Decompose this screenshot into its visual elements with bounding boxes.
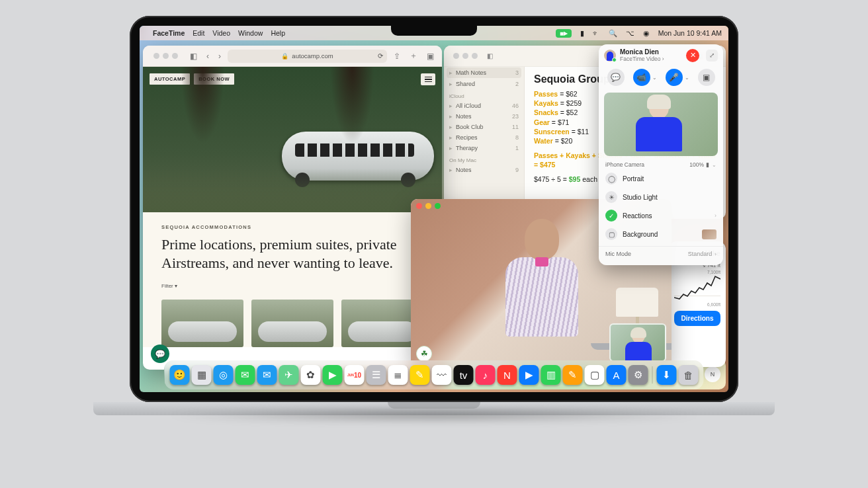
- screenshare-button[interactable]: ▣: [698, 69, 715, 86]
- dock-trash[interactable]: 🗑: [679, 365, 699, 385]
- desktop: FaceTime Edit Video Window Help ■▶ ▮ ᯤ 🔍…: [140, 26, 728, 392]
- dock-finder[interactable]: 🙂: [170, 365, 190, 385]
- dock-settings[interactable]: ⚙: [629, 365, 648, 385]
- mic-toggle-button[interactable]: 🎤: [666, 69, 683, 86]
- dock-numbers[interactable]: ▥: [541, 365, 561, 385]
- dock-freeform[interactable]: 〰: [432, 365, 452, 385]
- menu-help[interactable]: Help: [271, 29, 285, 37]
- card-item[interactable]: [251, 300, 333, 347]
- facetime-indicator-icon[interactable]: ■▶: [556, 29, 572, 38]
- spotlight-icon[interactable]: 🔍: [609, 29, 617, 38]
- sidebar-folder[interactable]: ▸Recipes8: [444, 132, 524, 143]
- dock-reminders[interactable]: ≣: [388, 365, 408, 385]
- dock-pages[interactable]: ✎: [563, 365, 583, 385]
- brand-chip[interactable]: AUTOCAMP: [150, 73, 190, 85]
- dock-notes[interactable]: ✎: [410, 365, 430, 385]
- sidebar-folder[interactable]: ▸Therapy1: [444, 143, 524, 153]
- chevron-right-icon: ›: [715, 251, 716, 257]
- siri-icon[interactable]: ◉: [643, 29, 650, 37]
- menubar-app-name[interactable]: FaceTime: [153, 29, 185, 37]
- card-item[interactable]: [161, 300, 243, 347]
- dock-appstore[interactable]: A: [607, 365, 627, 385]
- elevation-chart: 7,100ft 6,600ft: [674, 271, 720, 305]
- safari-hero-image: AUTOCAMP BOOK NOW: [143, 67, 442, 212]
- menu-edit[interactable]: Edit: [193, 29, 204, 37]
- sidebar-toggle-icon[interactable]: ◧: [487, 52, 493, 60]
- tabs-icon[interactable]: ▣: [424, 50, 437, 62]
- dock-tv[interactable]: tv: [454, 365, 474, 385]
- dock-music[interactable]: ♪: [476, 365, 496, 385]
- chat-fab-icon[interactable]: 💬: [151, 345, 169, 363]
- window-controls[interactable]: [448, 49, 483, 63]
- dock-launchpad[interactable]: ▦: [192, 365, 212, 385]
- reload-icon[interactable]: ⟳: [378, 52, 383, 60]
- menu-window[interactable]: Window: [238, 29, 263, 37]
- chevron-down-icon[interactable]: ⌄: [652, 75, 657, 81]
- caller-name: Monica Dien: [620, 48, 664, 56]
- wifi-icon[interactable]: ᯤ: [593, 29, 600, 37]
- window-controls[interactable]: [411, 199, 446, 213]
- camera-toggle-button[interactable]: 📹: [633, 69, 650, 86]
- dock-keynote[interactable]: ▶: [519, 365, 539, 385]
- studio-light-icon: ☀: [605, 191, 617, 203]
- dock-calendar[interactable]: JUN10: [345, 365, 365, 385]
- safari-content: SEQUOIA ACCOMMODATIONS Prime locations, …: [143, 212, 442, 296]
- dock-messages[interactable]: ✉: [236, 365, 255, 385]
- sidebar-toggle-icon[interactable]: ◧: [187, 50, 200, 62]
- menu-video[interactable]: Video: [212, 29, 230, 37]
- dock-safari[interactable]: ◎: [214, 365, 234, 385]
- sidebar-folder[interactable]: ▸Book Club11: [444, 122, 524, 132]
- share-icon[interactable]: ⇪: [391, 50, 403, 62]
- nav-back-icon[interactable]: ‹: [204, 50, 212, 62]
- lock-icon: 🔒: [281, 53, 288, 60]
- messages-button[interactable]: 💬: [607, 69, 625, 86]
- option-portrait[interactable]: ◯Portrait: [599, 169, 723, 188]
- dock-photos[interactable]: ✿: [301, 365, 321, 385]
- option-background[interactable]: ▢Background: [599, 225, 723, 243]
- nav-forward-icon[interactable]: ›: [216, 50, 224, 62]
- address-bar[interactable]: 🔒 autocamp.com ⟳: [228, 50, 387, 63]
- sidebar-folder[interactable]: ▸Notes9: [444, 165, 524, 175]
- window-controls[interactable]: [148, 49, 183, 63]
- accessibility-fab-icon[interactable]: ☘: [416, 346, 432, 362]
- dock-downloads[interactable]: ⬇: [657, 365, 677, 385]
- dock-contacts[interactable]: ☰: [367, 365, 386, 385]
- sidebar-folder[interactable]: ▸Math Notes3: [447, 67, 521, 78]
- directions-button[interactable]: Directions: [674, 311, 720, 326]
- dock-mail[interactable]: ✉: [257, 365, 277, 385]
- dock-mirroring[interactable]: ▢: [585, 365, 605, 385]
- expand-icon[interactable]: ⤢: [706, 50, 718, 61]
- dock-facetime[interactable]: ▶: [323, 365, 343, 385]
- facetime-pip[interactable]: [609, 323, 666, 362]
- chevron-down-icon[interactable]: ⌄: [685, 75, 689, 81]
- new-tab-icon[interactable]: ＋: [407, 49, 420, 63]
- dock-maps[interactable]: ✈: [279, 365, 299, 385]
- safari-toolbar: ◧ ‹ › 🔒 autocamp.com ⟳ ⇪ ＋ ▣: [143, 46, 442, 67]
- battery-icon[interactable]: ▮: [580, 29, 584, 37]
- chevron-right-icon: ›: [715, 212, 716, 219]
- section-eyebrow: SEQUOIA ACCOMMODATIONS: [161, 224, 423, 230]
- book-now-chip[interactable]: BOOK NOW: [194, 73, 234, 85]
- sidebar-folder[interactable]: ▸Notes23: [444, 111, 524, 122]
- chevron-down-icon[interactable]: ⌄: [712, 162, 716, 168]
- notes-sidebar: ▸Math Notes3 ▸Shared2 iCloud ▸All iCloud…: [444, 67, 525, 219]
- address-url: autocamp.com: [292, 52, 333, 60]
- safari-window: ◧ ‹ › 🔒 autocamp.com ⟳ ⇪ ＋ ▣ AUTOCAMP: [143, 46, 442, 370]
- status-dot-icon: [612, 58, 617, 62]
- menubar-datetime[interactable]: Mon Jun 10 9:41 AM: [658, 29, 722, 37]
- sidebar-folder[interactable]: ▸Shared2: [444, 79, 524, 89]
- compass-north-icon[interactable]: N: [705, 366, 720, 382]
- background-icon: ▢: [605, 228, 617, 240]
- option-reactions[interactable]: ✓Reactions›: [599, 206, 723, 225]
- dock-news[interactable]: N: [498, 365, 517, 385]
- filter-dropdown[interactable]: Filter ▾: [161, 283, 423, 289]
- hamburger-menu-icon[interactable]: [421, 73, 435, 85]
- control-center-icon[interactable]: ⌥: [626, 29, 634, 37]
- portrait-icon: ◯: [605, 173, 617, 184]
- sidebar-folder[interactable]: ▸All iCloud46: [444, 101, 524, 111]
- mic-mode-row[interactable]: Mic Mode Standard ›: [599, 246, 723, 261]
- call-subtitle[interactable]: FaceTime Video ›: [620, 56, 664, 62]
- end-call-button[interactable]: ✕: [686, 49, 699, 62]
- page-headline: Prime locations, premium suites, private…: [161, 235, 423, 272]
- option-studio-light[interactable]: ☀Studio Light: [599, 188, 723, 206]
